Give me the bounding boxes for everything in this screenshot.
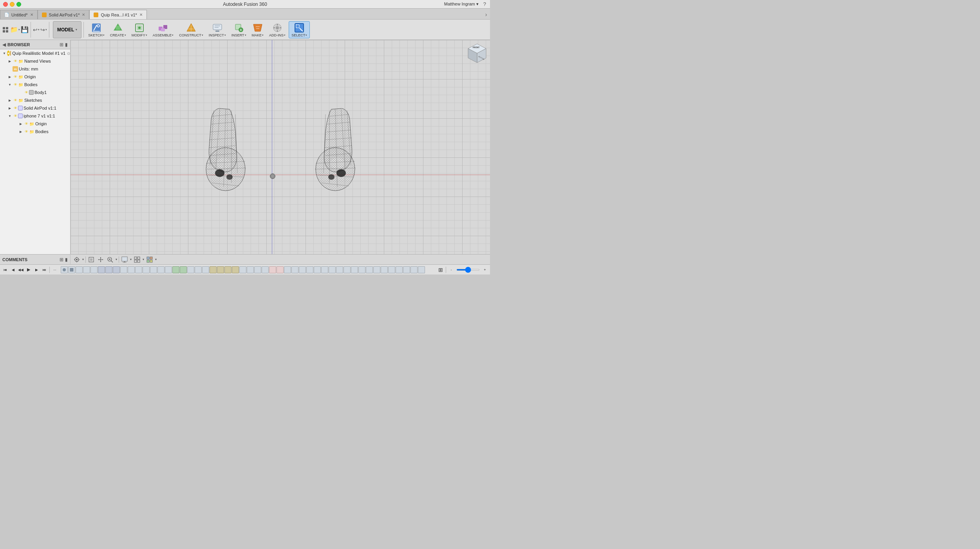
tree-solid-airpod-ref[interactable]: ▶ 👁 Solid AirPod v1:1: [0, 104, 70, 112]
timeline-item[interactable]: [210, 266, 217, 273]
timeline-item[interactable]: [418, 266, 425, 273]
anim-last-btn[interactable]: ⏭: [41, 266, 48, 273]
timeline-item[interactable]: [143, 266, 150, 273]
named-views-eye[interactable]: 👁: [13, 58, 18, 64]
timeline-item[interactable]: [76, 266, 83, 273]
tree-sketches[interactable]: ▶ 👁 📁 Sketches: [0, 96, 70, 104]
timeline-item[interactable]: [314, 266, 321, 273]
tree-iphone-ref[interactable]: ▼ 👁 iphone 7 v1 v1:1: [0, 112, 70, 120]
origin-eye[interactable]: 👁: [13, 74, 18, 79]
model-dropdown[interactable]: MODEL ▾: [53, 21, 81, 38]
timeline-item[interactable]: [247, 266, 254, 273]
help-button[interactable]: ?: [483, 1, 486, 7]
timeline-item[interactable]: [262, 266, 269, 273]
toolbar-open-btn[interactable]: 📁 ▾: [10, 26, 20, 33]
construct-tool[interactable]: CONSTRUCT ▾: [177, 22, 206, 38]
timeline-item[interactable]: [113, 266, 120, 273]
maximize-button[interactable]: [16, 2, 21, 7]
tree-named-views[interactable]: ▶ 👁 📁 Named Views: [0, 57, 70, 65]
timeline-item[interactable]: [239, 266, 246, 273]
timeline-item[interactable]: [396, 266, 403, 273]
inspect-tool[interactable]: INSPECT ▾: [206, 22, 228, 38]
origin2-expand[interactable]: ▶: [18, 121, 24, 126]
timeline-item[interactable]: [277, 266, 284, 273]
move-dropdown-arrow[interactable]: ▾: [82, 258, 84, 261]
browser-collapse-btn[interactable]: ◀: [2, 42, 6, 47]
visual-style-dropdown-arrow[interactable]: ▾: [155, 258, 157, 261]
timeline-item[interactable]: [105, 266, 112, 273]
timeline-item[interactable]: [306, 266, 313, 273]
tab-close-untitled[interactable]: ✕: [30, 13, 33, 17]
toolbar-nav-grid[interactable]: [2, 26, 9, 34]
timeline-item[interactable]: [165, 266, 172, 273]
grid-dropdown-arrow[interactable]: ▾: [143, 258, 144, 261]
solid-airpod-ref-expand[interactable]: ▶: [7, 105, 13, 111]
timeline-item[interactable]: [291, 266, 298, 273]
timeline-item[interactable]: [83, 266, 90, 273]
grid-settings-btn[interactable]: [133, 256, 141, 264]
anim-play-back-btn[interactable]: ◀◀: [17, 266, 24, 273]
timeline-item[interactable]: [381, 266, 388, 273]
timeline-item[interactable]: [366, 266, 373, 273]
timeline-item[interactable]: [284, 266, 291, 273]
timeline-item[interactable]: [358, 266, 365, 273]
viewport[interactable]: FRONT BOTTOM ▾: [71, 40, 490, 264]
anim-play-btn[interactable]: ▶: [25, 266, 32, 273]
timeline-item[interactable]: [150, 266, 157, 273]
create-tool[interactable]: CREATE ▾: [108, 22, 128, 38]
tab-add-button[interactable]: ›: [482, 10, 490, 19]
solid-airpod-ref-eye[interactable]: 👁: [13, 105, 18, 111]
timeline-item[interactable]: [128, 266, 135, 273]
tree-bodies[interactable]: ▼ 👁 📁 Bodies: [0, 81, 70, 88]
tree-root-expand[interactable]: ▼: [2, 51, 7, 56]
timeline-item[interactable]: [157, 266, 165, 273]
timeline-item[interactable]: [202, 266, 209, 273]
browser-menu-btn[interactable]: ▮: [65, 42, 68, 47]
modify-tool[interactable]: MODIFY ▾: [129, 22, 150, 38]
sketches-eye[interactable]: 👁: [13, 98, 18, 103]
origin2-eye[interactable]: 👁: [24, 121, 29, 126]
bodies2-expand[interactable]: ▶: [18, 129, 24, 134]
sketches-expand[interactable]: ▶: [7, 98, 13, 103]
toolbar-undo[interactable]: ↩ ▾: [33, 27, 40, 33]
make-tool[interactable]: MAKE ▾: [250, 22, 266, 38]
view-cube[interactable]: FRONT BOTTOM: [467, 43, 487, 63]
tree-origin2[interactable]: ▶ 👁 📁 Origin: [0, 120, 70, 128]
toolbar-redo[interactable]: ↪ ▾: [40, 27, 47, 33]
anim-next-btn[interactable]: ▶: [33, 266, 40, 273]
timeline-item[interactable]: [410, 266, 418, 273]
timeline-item[interactable]: [336, 266, 343, 273]
timeline-item[interactable]: [321, 266, 328, 273]
visual-style-btn[interactable]: [146, 256, 154, 264]
assemble-tool[interactable]: ASSEMBLE ▾: [150, 22, 176, 38]
timeline-item[interactable]: [195, 266, 202, 273]
timeline-zoom-slider[interactable]: [456, 269, 480, 271]
tab-solid-airpod[interactable]: Solid AirPod v1* ✕: [38, 10, 90, 19]
timeline-item[interactable]: [217, 266, 224, 273]
iphone-ref-expand[interactable]: ▼: [7, 113, 13, 119]
timeline-items[interactable]: [61, 266, 425, 273]
root-target-icon[interactable]: ⊙: [67, 51, 70, 56]
timeline-item[interactable]: [61, 266, 68, 273]
zoom-btn[interactable]: [106, 256, 114, 264]
zoom-dropdown-arrow[interactable]: ▾: [116, 258, 117, 261]
timeline-item[interactable]: [120, 266, 127, 273]
tree-units[interactable]: m Units: mm: [0, 65, 70, 73]
anim-dots-btn[interactable]: ···: [51, 266, 58, 273]
timeline-item[interactable]: [403, 266, 410, 273]
timeline-item[interactable]: [68, 266, 75, 273]
comments-add-btn[interactable]: ⊞: [60, 257, 63, 262]
tree-body1[interactable]: 👁 Body1: [0, 88, 70, 96]
timeline-zoom-in-btn[interactable]: +: [481, 266, 488, 273]
timeline-item[interactable]: [98, 266, 105, 273]
anim-prev-btn[interactable]: ◀: [9, 266, 16, 273]
iphone-ref-eye[interactable]: 👁: [13, 113, 18, 119]
insert-tool[interactable]: + INSERT ▾: [229, 22, 249, 38]
sketch-tool[interactable]: SKETCH ▾: [86, 22, 107, 38]
body1-eye[interactable]: 👁: [24, 90, 29, 95]
timeline-item[interactable]: [344, 266, 351, 273]
timeline-item[interactable]: [90, 266, 98, 273]
timeline-item[interactable]: [254, 266, 261, 273]
anim-first-btn[interactable]: ⏮: [2, 266, 9, 273]
bodies-eye[interactable]: 👁: [13, 82, 18, 87]
